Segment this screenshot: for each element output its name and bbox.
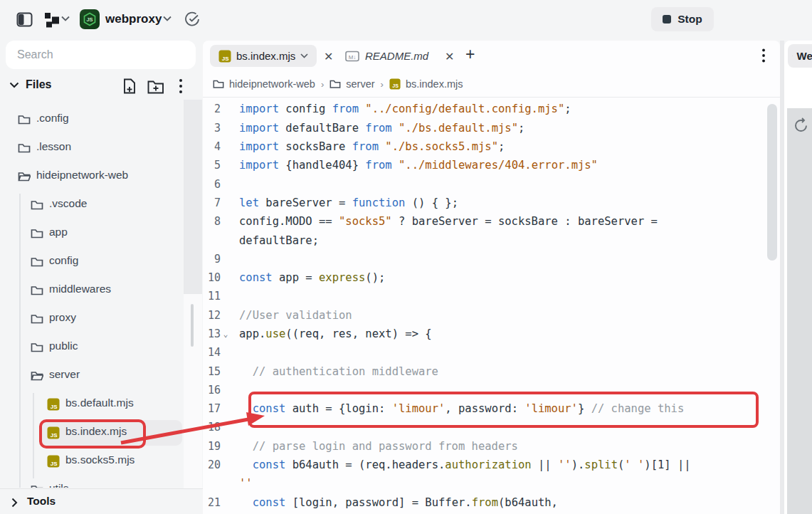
code-line-19[interactable]: 19 // parse login and password from head… xyxy=(203,437,780,456)
chevron-right-icon xyxy=(11,498,18,508)
code-line-4[interactable]: 4import socksBare from "./bs.socks5.mjs"… xyxy=(203,137,780,156)
breadcrumb-item-bs-index-mjs[interactable]: JSbs.index.mjs xyxy=(389,78,463,90)
sidebar-toggle-icon[interactable] xyxy=(16,11,33,28)
web-tab[interactable]: Web xyxy=(788,44,812,68)
code-line-15[interactable]: 15 // authentication middleware xyxy=(203,362,780,380)
files-section-header[interactable]: Files xyxy=(0,75,203,98)
code-line-17[interactable]: 17 const auth = {login: 'limour', passwo… xyxy=(203,399,780,418)
new-file-icon[interactable] xyxy=(122,78,137,95)
code-line-6[interactable]: 6 xyxy=(203,174,780,193)
line-number: 17 xyxy=(203,402,221,415)
line-number: 11 xyxy=(203,290,221,303)
code-line-5[interactable]: 5import {handle404} from "../middlewares… xyxy=(203,156,780,174)
folder-open-icon xyxy=(31,369,43,382)
editor-kebab-menu-icon[interactable] xyxy=(757,47,770,64)
code-line-13[interactable]: 13⌄app.use((req, res, next) => { xyxy=(203,325,780,343)
tab-readme-md[interactable]: M↓README.md xyxy=(342,45,431,67)
code-text: const app = express(); xyxy=(231,271,385,284)
code-line-2[interactable]: 2import config from "../config/default.c… xyxy=(203,100,780,118)
code-line-wrap[interactable]: defaultBare; xyxy=(203,231,780,249)
tools-section-header[interactable]: Tools xyxy=(0,488,203,514)
fold-icon[interactable]: ⌄ xyxy=(221,330,231,339)
code-line-20[interactable]: 20 const b64auth = (req.headers.authoriz… xyxy=(203,456,780,474)
tree-item-bs-default-mjs[interactable]: JSbs.default.mjs xyxy=(0,390,203,419)
tree-item-utils[interactable]: utils xyxy=(0,476,203,488)
tree-item-config[interactable]: config xyxy=(0,248,203,276)
breadcrumb-item-hideipnetwork-web[interactable]: hideipnetwork-web xyxy=(213,78,315,90)
js-file-icon: JS xyxy=(47,426,60,439)
tab-close-icon[interactable]: ✕ xyxy=(321,50,336,64)
code-text: app.use((req, res, next) => { xyxy=(231,327,432,340)
sidebar-scrollbar-thumb-small[interactable] xyxy=(191,304,194,347)
folder-icon xyxy=(31,256,43,268)
tree-item-bs-socks5-mjs[interactable]: JSbs.socks5.mjs xyxy=(0,447,203,476)
stop-icon xyxy=(663,15,671,23)
code-line-21[interactable]: 21 const [login, password] = Buffer.from… xyxy=(203,493,780,512)
chevron-down-icon[interactable] xyxy=(163,16,172,21)
code-line-3[interactable]: 3import defaultBare from "./bs.default.m… xyxy=(203,119,780,137)
line-number: 14 xyxy=(203,346,221,359)
code-line-9[interactable]: 9 xyxy=(203,250,780,268)
editor-scrollbar-thumb[interactable] xyxy=(767,104,777,261)
tree-item-app[interactable]: app xyxy=(0,219,203,248)
tree-item-label: bs.socks5.mjs xyxy=(65,453,135,466)
project-name[interactable]: webproxy xyxy=(105,12,162,26)
tree-item-server[interactable]: server xyxy=(0,362,203,390)
code-line-8[interactable]: 8config.MODO == "socks5" ? bareServer = … xyxy=(203,212,780,231)
chevron-down-icon[interactable] xyxy=(300,53,308,58)
svg-text:JS: JS xyxy=(222,55,229,61)
app-logo-icon[interactable] xyxy=(44,12,60,28)
code-text: import socksBare from "./bs.socks5.mjs"; xyxy=(231,140,505,153)
line-number: 8 xyxy=(203,215,221,228)
svg-text:JS: JS xyxy=(86,16,93,23)
line-number: 4 xyxy=(203,140,221,153)
code-text: import {handle404} from "../middlewares/… xyxy=(231,159,598,172)
nodejs-icon[interactable]: JS xyxy=(80,9,100,29)
sidebar-scrollbar-thumb[interactable] xyxy=(184,100,202,294)
chevron-down-icon[interactable] xyxy=(61,16,70,21)
code-line-16[interactable]: 16 xyxy=(203,381,780,399)
top-bar: JS webproxy Stop xyxy=(0,0,812,39)
search-input[interactable] xyxy=(6,41,196,69)
line-number: 3 xyxy=(203,122,221,135)
tree-item-label: .config xyxy=(36,112,69,125)
code-line-7[interactable]: 7let bareServer = function () { }; xyxy=(203,194,780,212)
code-line-12[interactable]: 12//User validation xyxy=(203,306,780,325)
tree-item--config[interactable]: .config xyxy=(0,105,203,134)
code-line-11[interactable]: 11 xyxy=(203,287,780,305)
tree-item-bs-index-mjs[interactable]: JSbs.index.mjs xyxy=(0,419,203,447)
tree-item-hideipnetwork-web[interactable]: hideipnetwork-web xyxy=(0,162,203,191)
tree-item-label: .vscode xyxy=(49,197,87,210)
code-line-18[interactable]: 18 xyxy=(203,418,780,436)
code-line-14[interactable]: 14 xyxy=(203,343,780,362)
refresh-icon[interactable] xyxy=(793,117,809,134)
new-folder-icon[interactable] xyxy=(147,78,165,95)
code-text: let bareServer = function () { }; xyxy=(231,196,458,209)
stop-button[interactable]: Stop xyxy=(651,7,714,31)
check-circle-icon[interactable] xyxy=(184,11,200,27)
code-editor[interactable]: 1import express from "express";2import c… xyxy=(203,98,780,514)
tools-section-label: Tools xyxy=(27,495,56,508)
web-tab-label: Web xyxy=(797,50,812,62)
tab-label: README.md xyxy=(365,50,428,62)
tree-item--lesson[interactable]: .lesson xyxy=(0,134,203,162)
tree-item-public[interactable]: public xyxy=(0,333,203,362)
code-text: // parse login and password from headers xyxy=(231,440,518,453)
add-tab-icon[interactable]: + xyxy=(465,46,475,63)
tree-item-label: proxy xyxy=(49,311,76,324)
line-number: 9 xyxy=(203,253,221,266)
file-tree: .config.lessonhideipnetwork-web.vscodeap… xyxy=(0,105,203,488)
tab-bs-index-mjs[interactable]: JSbs.index.mjs xyxy=(210,45,317,67)
js-file-icon: JS xyxy=(47,398,60,411)
code-text: defaultBare; xyxy=(231,234,319,247)
tab-close-icon[interactable]: ✕ xyxy=(442,50,457,64)
chevron-down-icon[interactable] xyxy=(9,82,19,88)
code-line-10[interactable]: 10const app = express(); xyxy=(203,268,780,287)
tree-item-middlewares[interactable]: middlewares xyxy=(0,276,203,305)
kebab-menu-icon[interactable] xyxy=(174,77,188,95)
code-line-wrap[interactable]: '' xyxy=(203,474,780,493)
tree-item--vscode[interactable]: .vscode xyxy=(0,191,203,219)
breadcrumb: hideipnetwork-web›server›JSbs.index.mjs xyxy=(203,71,780,98)
breadcrumb-item-server[interactable]: server xyxy=(329,78,374,90)
tree-item-proxy[interactable]: proxy xyxy=(0,305,203,333)
